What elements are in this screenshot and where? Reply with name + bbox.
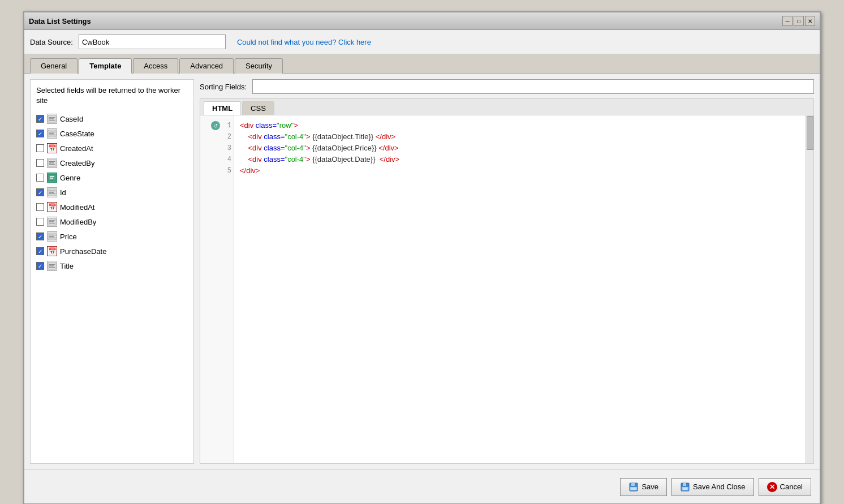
gutter-row: 5 xyxy=(211,165,231,176)
gutter-row: ↺1 xyxy=(211,120,231,131)
code-editor[interactable]: ↺12345 <div class="row"> <div class="col… xyxy=(200,115,813,463)
line-number: 1 xyxy=(222,122,231,130)
text-icon xyxy=(47,158,57,168)
line-number: 3 xyxy=(222,144,231,152)
ref-icon xyxy=(47,173,57,183)
datasource-select[interactable]: CwBook xyxy=(79,35,226,49)
line-number: 4 xyxy=(222,156,231,163)
sorting-select[interactable] xyxy=(252,79,814,94)
field-name: ModifiedBy xyxy=(60,218,96,226)
editor-tab-html[interactable]: HTML xyxy=(204,101,241,115)
sorting-label: Sorting Fields: xyxy=(200,83,247,91)
list-item: Price xyxy=(36,230,188,243)
save-close-icon xyxy=(680,482,690,492)
restore-button[interactable]: □ xyxy=(794,16,804,26)
code-content[interactable]: <div class="row"> <div class="col-4"> {{… xyxy=(234,115,806,463)
field-checkbox[interactable] xyxy=(36,188,44,196)
date-icon: 📅 xyxy=(47,246,57,256)
field-name: Price xyxy=(60,232,77,241)
title-bar: Data List Settings ─ □ ✕ xyxy=(24,12,820,30)
save-and-close-button[interactable]: Save And Close xyxy=(671,478,754,496)
svg-rect-38 xyxy=(683,488,687,490)
field-checkbox[interactable] xyxy=(36,262,44,270)
text-icon xyxy=(47,261,57,271)
field-checkbox[interactable] xyxy=(36,159,44,167)
field-name: PurchaseDate xyxy=(60,247,106,256)
code-line: <div class="col-4"> {{dataObject.Title}}… xyxy=(240,131,800,143)
text-icon xyxy=(47,231,57,242)
close-button[interactable]: ✕ xyxy=(805,16,815,26)
window-title: Data List Settings xyxy=(29,17,91,25)
line-number: 2 xyxy=(222,133,231,141)
list-item: ModifiedBy xyxy=(36,216,188,228)
tab-general[interactable]: General xyxy=(30,58,77,74)
field-checkbox[interactable] xyxy=(36,203,44,211)
text-icon xyxy=(47,114,57,124)
minimize-button[interactable]: ─ xyxy=(782,16,793,26)
tab-security[interactable]: Security xyxy=(235,58,283,74)
field-checkbox[interactable] xyxy=(36,130,44,137)
field-checkbox[interactable] xyxy=(36,144,44,152)
gutter-row: 3 xyxy=(211,143,231,154)
editor-tabs: HTML CSS xyxy=(200,99,813,115)
gutter-row: 2 xyxy=(211,131,231,143)
cancel-icon: ✕ xyxy=(767,482,777,492)
field-list: CaseIdCaseState📅CreatedAtCreatedByGenreI… xyxy=(36,113,188,272)
date-icon: 📅 xyxy=(47,202,57,212)
left-panel-description: Selected fields will be returned to the … xyxy=(36,85,188,106)
field-name: ModifiedAt xyxy=(60,203,94,212)
field-checkbox[interactable] xyxy=(36,218,44,226)
left-panel: Selected fields will be returned to the … xyxy=(30,79,194,464)
window-controls: ─ □ ✕ xyxy=(782,16,815,26)
list-item: 📅CreatedAt xyxy=(36,142,188,154)
save-button[interactable]: Save xyxy=(620,478,667,496)
editor-container: HTML CSS ↺12345 <div class="row"> <div c… xyxy=(200,98,814,464)
list-item: 📅ModifiedAt xyxy=(36,201,188,213)
field-name: CaseState xyxy=(60,130,94,138)
code-line: </div> xyxy=(240,165,800,176)
svg-rect-34 xyxy=(631,488,636,490)
code-line: <div class="row"> xyxy=(240,120,800,131)
svg-rect-32 xyxy=(631,483,635,486)
field-name: Genre xyxy=(60,174,80,182)
field-name: CreatedAt xyxy=(60,144,93,153)
list-item: Genre xyxy=(36,171,188,184)
main-window: Data List Settings ─ □ ✕ Data Source: Cw… xyxy=(23,11,821,504)
help-link[interactable]: Could not find what you need? Click here xyxy=(237,38,371,46)
content-area: Selected fields will be returned to the … xyxy=(24,74,820,469)
list-item: CaseId xyxy=(36,113,188,125)
field-name: CaseId xyxy=(60,115,83,123)
svg-rect-36 xyxy=(683,483,686,486)
tab-advanced[interactable]: Advanced xyxy=(179,58,234,74)
line-numbers-gutter: ↺12345 xyxy=(200,115,234,463)
gutter-icon[interactable]: ↺ xyxy=(211,121,220,130)
datasource-label: Data Source: xyxy=(30,38,73,46)
field-checkbox[interactable] xyxy=(36,232,44,240)
list-item: Id xyxy=(36,186,188,199)
tab-template[interactable]: Template xyxy=(79,58,132,74)
list-item: 📅PurchaseDate xyxy=(36,245,188,257)
cancel-button[interactable]: ✕ Cancel xyxy=(759,478,811,496)
list-item: CaseState xyxy=(36,127,188,140)
date-icon: 📅 xyxy=(47,143,57,153)
scrollbar[interactable] xyxy=(806,115,813,463)
footer: Save Save And Close ✕ Cancel xyxy=(24,469,820,503)
list-item: Title xyxy=(36,260,188,272)
field-checkbox[interactable] xyxy=(36,115,44,123)
tab-access[interactable]: Access xyxy=(133,58,178,74)
field-checkbox[interactable] xyxy=(36,174,44,182)
text-icon xyxy=(47,187,57,197)
editor-tab-css[interactable]: CSS xyxy=(242,101,274,115)
field-name: Id xyxy=(60,188,66,197)
right-panel: Sorting Fields: HTML CSS xyxy=(200,79,814,464)
code-line: <div class="col-4"> {{dataObject.Date}} … xyxy=(240,154,800,165)
scrollbar-thumb[interactable] xyxy=(807,116,813,150)
gutter-row: 4 xyxy=(211,154,231,165)
save-icon xyxy=(628,482,639,492)
field-checkbox[interactable] xyxy=(36,247,44,255)
list-item: CreatedBy xyxy=(36,157,188,169)
text-icon xyxy=(47,128,57,139)
tabs-bar: General Template Access Advanced Securit… xyxy=(24,54,820,74)
field-name: Title xyxy=(60,262,74,270)
code-line: <div class="col-4"> {{dataObject.Price}}… xyxy=(240,143,800,154)
